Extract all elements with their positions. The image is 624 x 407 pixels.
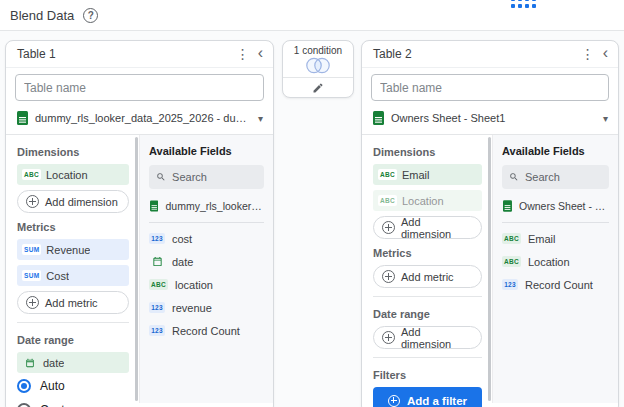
table1-available-fields: Available Fields dummy_rls_looker_data_.… <box>139 135 273 403</box>
table1-config-column: Dimensions ABC Location Add dimension Me… <box>6 135 139 403</box>
field-type-badge: ABC <box>378 195 397 206</box>
radio-selected-icon <box>17 379 31 393</box>
field-type-badge: SUM <box>22 270 41 281</box>
data-source-selector[interactable]: dummy_rls_looker_data_2025_2026 - dumm..… <box>6 107 273 135</box>
table-name-input[interactable] <box>15 74 264 101</box>
sheets-icon <box>503 199 512 213</box>
chevron-down-icon: ▾ <box>258 113 263 124</box>
data-source-name: Owners Sheet - Sheet1 <box>391 112 596 124</box>
metric-chip[interactable]: SUM Cost <box>17 265 129 286</box>
add-dimension-button[interactable]: Add dimension <box>17 190 129 213</box>
add-metric-button[interactable]: Add metric <box>17 291 129 314</box>
radio-unselected-icon <box>17 403 31 407</box>
plus-circle-icon <box>382 221 395 234</box>
field-type-badge: ABC <box>22 169 41 180</box>
sheets-icon <box>373 111 384 125</box>
scrollbar[interactable] <box>135 137 138 401</box>
search-input[interactable] <box>172 171 257 183</box>
text-type-icon: ABC <box>502 256 521 267</box>
add-filter-button[interactable]: Add a filter <box>373 387 482 407</box>
field-type-badge: SUM <box>22 244 41 255</box>
number-type-icon: 123 <box>502 279 518 290</box>
pencil-icon <box>312 82 324 94</box>
data-source-selector[interactable]: Owners Sheet - Sheet1 ▾ <box>362 107 618 135</box>
plus-circle-icon <box>382 331 395 344</box>
dimensions-label: Dimensions <box>17 146 129 158</box>
table-name-input[interactable] <box>371 74 609 101</box>
dimension-chip[interactable]: ABC Location <box>17 164 129 185</box>
join-condition-label: 1 condition <box>294 45 342 56</box>
help-icon[interactable]: ? <box>83 8 98 23</box>
date-range-chip[interactable]: date <box>17 352 129 373</box>
join-configuration-card[interactable]: 1 condition <box>282 40 354 98</box>
table2-title: Table 2 <box>373 47 575 61</box>
metric-chip[interactable]: SUM Revenue <box>17 239 129 260</box>
chevron-down-icon: ▾ <box>603 113 608 124</box>
more-options-icon[interactable]: ⋮ <box>230 46 256 62</box>
add-date-dimension-button[interactable]: Add dimension <box>373 326 482 349</box>
available-field[interactable]: date <box>149 250 264 273</box>
edit-join-button[interactable] <box>283 78 353 97</box>
table2-header: Table 2 ⋮ ‹ <box>362 41 618 68</box>
available-field[interactable]: 123 revenue <box>149 296 264 319</box>
plus-circle-icon <box>388 395 400 407</box>
number-type-icon: 123 <box>149 325 165 336</box>
apps-grid-icon[interactable] <box>511 0 536 8</box>
page-title: Blend Data <box>10 8 74 23</box>
add-dimension-button[interactable]: Add dimension <box>373 216 482 239</box>
table1-panel: Table 1 ⋮ ‹ dummy_rls_looker_data_2025_2… <box>5 40 274 407</box>
field-type-badge: ABC <box>378 169 397 180</box>
dimensions-label: Dimensions <box>373 146 482 158</box>
available-field[interactable]: ABC location <box>149 273 264 296</box>
calendar-icon <box>22 358 38 368</box>
scrollbar[interactable] <box>488 137 491 401</box>
metrics-label: Metrics <box>17 221 129 233</box>
custom-date-radio[interactable]: Custom <box>17 403 129 407</box>
dimension-chip[interactable]: ABC Location <box>373 190 482 211</box>
dimension-chip[interactable]: ABC Email <box>373 164 482 185</box>
top-bar: Blend Data ? <box>0 0 624 31</box>
plus-circle-icon <box>382 270 395 283</box>
table2-panel: Table 2 ⋮ ‹ Owners Sheet - Sheet1 ▾ Dime… <box>361 40 619 407</box>
field-search[interactable] <box>502 165 609 189</box>
sheets-icon <box>150 199 158 213</box>
field-search[interactable] <box>149 165 264 189</box>
collapse-icon[interactable]: ‹ <box>256 45 265 63</box>
text-type-icon: ABC <box>149 279 168 290</box>
available-field[interactable]: ABC Email <box>502 227 609 250</box>
available-field[interactable]: ABC Location <box>502 250 609 273</box>
search-icon <box>509 171 519 183</box>
available-field[interactable]: 123 cost <box>149 227 264 250</box>
metrics-label: Metrics <box>373 247 482 259</box>
collapse-icon[interactable]: ‹ <box>601 45 610 63</box>
more-options-icon[interactable]: ⋮ <box>575 46 601 62</box>
number-type-icon: 123 <box>149 302 165 313</box>
date-range-label: Date range <box>373 308 482 320</box>
text-type-icon: ABC <box>502 233 521 244</box>
available-field[interactable]: 123 Record Count <box>502 273 609 296</box>
table1-title: Table 1 <box>17 47 230 61</box>
available-fields-source: dummy_rls_looker_data_... <box>149 189 264 223</box>
plus-circle-icon <box>26 296 39 309</box>
calendar-icon <box>149 256 165 267</box>
auto-date-radio[interactable]: Auto <box>17 379 129 393</box>
table2-available-fields: Available Fields Owners Sheet - Sheet1 A… <box>492 135 618 403</box>
filters-label: Filters <box>373 369 482 381</box>
table2-config-column: Dimensions ABC Email ABC Location Add di… <box>362 135 492 403</box>
sheets-icon <box>17 111 28 125</box>
date-range-label: Date range <box>17 334 129 346</box>
add-metric-button[interactable]: Add metric <box>373 265 482 288</box>
search-input[interactable] <box>525 171 602 183</box>
table1-header: Table 1 ⋮ ‹ <box>6 41 273 68</box>
plus-circle-icon <box>26 195 39 208</box>
number-type-icon: 123 <box>149 233 165 244</box>
data-source-name: dummy_rls_looker_data_2025_2026 - dumm..… <box>35 112 251 124</box>
search-icon <box>156 171 166 183</box>
available-fields-source: Owners Sheet - Sheet1 <box>502 189 609 223</box>
available-field[interactable]: 123 Record Count <box>149 319 264 342</box>
join-venn-icon <box>302 56 334 75</box>
